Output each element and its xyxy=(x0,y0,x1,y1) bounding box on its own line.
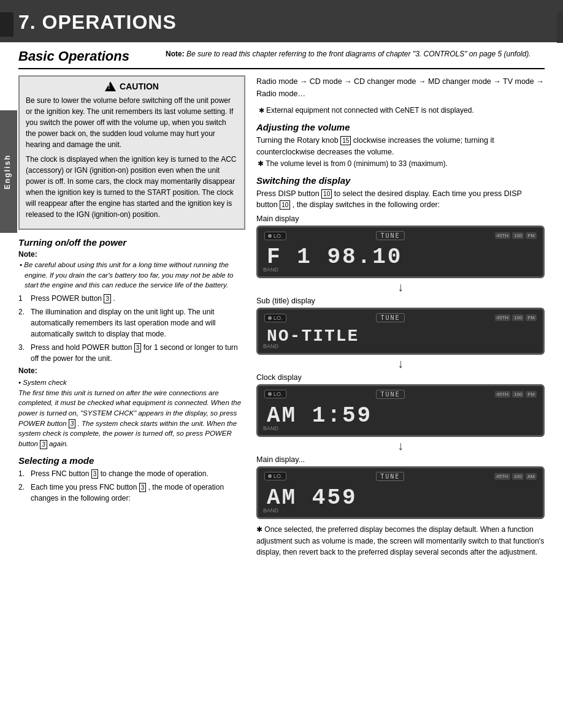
sidebar-english-label: English xyxy=(0,110,17,233)
screen4-100: 100 xyxy=(512,473,524,480)
screen1-lo: LO. xyxy=(274,233,283,239)
adjusting-volume-text: Turning the Rotary knob 15 clockwise inc… xyxy=(256,135,545,158)
screen2-right: 45TH 100 FM xyxy=(495,314,537,321)
screen2-band: BAND xyxy=(263,343,278,349)
section-title: Basic Operations xyxy=(18,48,153,64)
screen2-text: NO-TITLE xyxy=(264,325,537,348)
disp-box1: 10 xyxy=(321,189,332,199)
screen2-dot xyxy=(268,316,272,320)
turning-power-title: Turning on/off the power xyxy=(18,237,245,248)
select-step2-box: 3 xyxy=(139,483,147,492)
two-col-layout: CAUTION Be sure to lower the volume befo… xyxy=(18,75,545,558)
page-header: 7. OPERATIONS xyxy=(0,0,563,42)
note-text: Be sure to read this chapter referring t… xyxy=(186,50,530,58)
screen2-100: 100 xyxy=(512,314,524,321)
note-label: Note: xyxy=(166,50,185,58)
screen2-tune: TUNE xyxy=(376,313,404,322)
screen4-freq: AM xyxy=(526,473,537,480)
screen2-freq: FM xyxy=(526,314,537,321)
screen4-right: 45TH 100 AM xyxy=(494,473,537,480)
caution-para2: The clock is displayed when the ignition… xyxy=(26,154,238,220)
final-note: ✱ Once selected, the preferred display b… xyxy=(256,524,545,558)
selecting-mode-section: Selecting a mode 1. Press FNC button 3 t… xyxy=(18,455,245,504)
clock-display-label: Clock display xyxy=(256,373,545,382)
screen3-indicator: LO. xyxy=(264,390,286,398)
system-check-note: • System check The first time this unit … xyxy=(18,377,245,449)
final-note-text: ✱ Once selected, the preferred display b… xyxy=(256,524,545,558)
adjusting-volume-section: Adjusting the volume Turning the Rotary … xyxy=(256,122,545,169)
knob-box: 15 xyxy=(340,136,351,145)
screen3-band: BAND xyxy=(263,425,278,431)
select-step-2: 2. Each time you press FNC button 3 , th… xyxy=(18,482,245,504)
vol-note-star: ✱ xyxy=(258,159,266,168)
external-note: External equipment not connected with Ce… xyxy=(256,105,545,116)
select-step2-start: Each time you press FNC button xyxy=(31,483,137,491)
screen4-tune: TUNE xyxy=(376,472,404,481)
select-step-1: 1. Press FNC button 3 to change the mode… xyxy=(18,468,245,479)
screen3-tune: TUNE xyxy=(376,390,404,399)
select-step1-end: to change the mode of operation. xyxy=(101,469,209,478)
caution-title: CAUTION xyxy=(26,82,238,91)
step-2: 2. The illumination and display on the u… xyxy=(18,306,245,339)
mode-sequence: Radio mode → CD mode → CD changer mode →… xyxy=(256,75,545,100)
main-display-label: Main display xyxy=(256,214,545,223)
switching-display-section: Switching the display Press DISP button … xyxy=(256,175,545,520)
screen3-45th: 45TH xyxy=(495,391,511,398)
step3-start: Press and hold POWER button xyxy=(31,343,132,352)
step3-box: 3 xyxy=(134,343,142,352)
corner-mark-tr xyxy=(557,12,563,43)
step-1: 1 Press POWER button 3 . xyxy=(18,293,245,304)
screen4-top-bar: LO. TUNE 45TH 100 AM xyxy=(264,472,537,481)
note2-label: Note: xyxy=(18,366,245,375)
am-459-text: AM 459 xyxy=(264,483,537,512)
screen1-band: BAND xyxy=(263,267,278,273)
screen3-freq: FM xyxy=(526,391,537,398)
screen4-lo: LO. xyxy=(274,473,283,479)
selecting-mode-steps: 1. Press FNC button 3 to change the mode… xyxy=(18,468,245,504)
turning-power-section: Turning on/off the power Note: • Be care… xyxy=(18,237,245,449)
turning-bullet1: • Be careful about using this unit for a… xyxy=(18,260,245,290)
switching-display-text: Press DISP button 10 to select the desir… xyxy=(256,188,545,211)
corner-mark-tl xyxy=(0,12,13,37)
screen2-top-bar: LO. TUNE 45TH 100 FM xyxy=(264,313,537,322)
screen3-dot xyxy=(268,392,272,396)
screen3-right: 45TH 100 FM xyxy=(495,391,537,398)
screen1-top-bar: LO. TUNE 45TH 100 FM xyxy=(264,231,537,240)
vol-note-text: The volume level is from 0 (minimum) to … xyxy=(266,159,448,168)
turning-steps: 1 Press POWER button 3 . 2. The illumina… xyxy=(18,293,245,364)
final-note-star: ✱ xyxy=(256,525,264,534)
col-left: CAUTION Be sure to lower the volume befo… xyxy=(18,75,245,558)
switching-display-title: Switching the display xyxy=(256,175,545,186)
screen-am459: LO. TUNE 45TH 100 AM AM 459 BAND xyxy=(256,466,545,519)
step2-text: The illumination and display on the unit… xyxy=(31,306,245,339)
screen1-freq: FM xyxy=(526,232,537,239)
adjusting-volume-title: Adjusting the volume xyxy=(256,122,545,132)
col-right: Radio mode → CD mode → CD changer mode →… xyxy=(256,75,545,558)
screen4-45th: 45TH xyxy=(494,473,510,480)
note2-end: again. xyxy=(49,440,68,447)
step1-text: Press POWER button xyxy=(31,294,102,303)
screen4-dot xyxy=(268,474,272,478)
selecting-mode-title: Selecting a mode xyxy=(18,455,245,466)
screen1-dot xyxy=(268,234,272,238)
note2-box2: 3 xyxy=(40,440,47,449)
screen-clock: LO. TUNE 45TH 100 FM AM 1:59 BAND xyxy=(256,384,545,437)
caution-triangle-icon xyxy=(105,82,116,91)
screen3-lo: LO. xyxy=(274,391,283,397)
screen4-band: BAND xyxy=(263,507,278,514)
caution-para1: Be sure to lower the volume before switc… xyxy=(26,95,238,150)
screen1-100: 100 xyxy=(512,232,524,239)
section-header-row: Basic Operations Note: Be sure to read t… xyxy=(18,42,545,69)
main-content: Basic Operations Note: Be sure to read t… xyxy=(0,42,563,571)
screen2-indicator: LO. xyxy=(264,314,286,322)
page-title: 7. OPERATIONS xyxy=(18,11,545,34)
step1-box: 3 xyxy=(104,294,111,303)
screen3-100: 100 xyxy=(512,391,524,398)
screen1-45th: 45TH xyxy=(495,232,511,239)
down-arrow-3: ↓ xyxy=(256,439,545,452)
note2-system: • System check xyxy=(18,379,67,386)
screen1-tune: TUNE xyxy=(376,231,404,240)
screen1-text: F 1 98.10 xyxy=(264,243,537,271)
select-step1-text: Press FNC button xyxy=(31,469,89,478)
screen3-top-bar: LO. TUNE 45TH 100 FM xyxy=(264,390,537,399)
